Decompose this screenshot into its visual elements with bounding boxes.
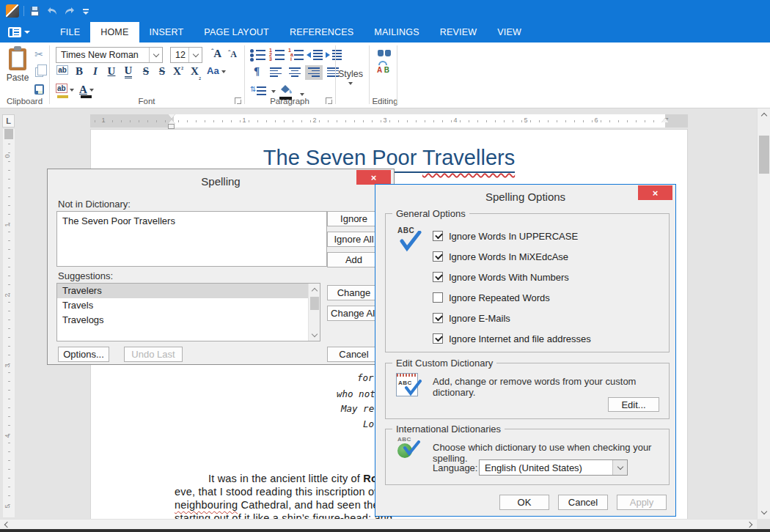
cut-button[interactable]: ✂ (31, 47, 47, 62)
vertical-scrollbar-thumb[interactable] (759, 136, 769, 174)
cancel-button[interactable]: Cancel (327, 347, 381, 362)
undo-last-button[interactable]: Undo Last (124, 347, 183, 362)
tab-page-layout[interactable]: PAGE LAYOUT (194, 22, 279, 43)
font-dialog-launcher-icon[interactable] (235, 97, 241, 104)
add-button[interactable]: Add (327, 252, 381, 267)
highlight-color-button[interactable]: ab (56, 84, 74, 98)
suggestion-item[interactable]: Travelers (57, 284, 320, 298)
styles-button[interactable]: Styles (338, 69, 363, 85)
not-in-dictionary-textbox[interactable]: The Seven Poor Travellers (56, 211, 327, 267)
suggestions-listbox[interactable]: TravelersTravelsTravelogs (56, 283, 320, 341)
bold-button[interactable]: B (73, 65, 86, 80)
customize-quick-access-icon[interactable] (82, 9, 89, 15)
tab-file[interactable]: FILE (50, 22, 90, 43)
suggestion-item[interactable]: Travelogs (57, 313, 320, 328)
cancel-button[interactable]: Cancel (558, 495, 608, 510)
right-indent-marker[interactable] (661, 118, 669, 122)
grow-font-button[interactable]: ˆA (210, 48, 223, 62)
checkbox[interactable] (433, 313, 443, 323)
scroll-up-icon[interactable] (309, 284, 320, 295)
paragraph-dialog-launcher-icon[interactable] (326, 97, 332, 104)
tab-insert[interactable]: INSERT (139, 22, 194, 43)
subscript-button[interactable]: X₂ (189, 65, 202, 80)
paste-button[interactable]: Paste (3, 45, 32, 101)
undo-icon[interactable] (45, 4, 59, 18)
scroll-down-icon[interactable] (758, 506, 770, 519)
edit-dictionary-button[interactable]: Edit... (608, 397, 659, 412)
horizontal-scrollbar[interactable] (0, 519, 757, 529)
close-icon[interactable]: × (356, 170, 391, 185)
apply-button[interactable]: Apply (617, 495, 667, 510)
superscript-button[interactable]: X² (172, 65, 185, 80)
show-marks-button[interactable]: ¶ (250, 65, 263, 80)
first-line-indent-marker[interactable] (168, 114, 175, 119)
checkbox[interactable] (433, 251, 443, 262)
save-icon[interactable] (28, 4, 41, 18)
align-right-button[interactable] (305, 65, 323, 80)
checkbox[interactable] (433, 333, 443, 344)
close-icon[interactable]: × (638, 185, 672, 200)
double-strikethrough-button[interactable]: S (155, 65, 169, 80)
vertical-scrollbar[interactable] (757, 108, 770, 519)
font-name-combobox[interactable]: Times New Roman (56, 47, 163, 63)
decrease-indent-button[interactable] (307, 47, 324, 62)
double-underline-button[interactable]: U (122, 65, 135, 80)
options-button[interactable]: Options... (58, 347, 109, 362)
chevron-down-icon[interactable] (188, 48, 202, 62)
ok-button[interactable]: OK (499, 495, 549, 510)
horizontal-ruler[interactable]: 1 1 2 3 4 5 6 7 (90, 114, 688, 128)
checkbox[interactable] (433, 231, 443, 241)
increase-indent-button[interactable] (326, 47, 343, 62)
vertical-ruler[interactable]: 0 1 2 3 4 5 (3, 129, 15, 517)
replace-button[interactable]: A B (377, 66, 389, 74)
multilevel-list-button[interactable]: 1 a i (287, 47, 305, 62)
suggestion-item[interactable]: Travels (57, 298, 320, 313)
scroll-down-icon[interactable] (309, 329, 320, 341)
checkbox[interactable] (433, 292, 443, 303)
paste-special-button[interactable] (31, 82, 47, 97)
tab-home[interactable]: HOME (90, 22, 139, 43)
italic-button[interactable]: I (89, 65, 102, 80)
line-spacing-button[interactable]: ⇅ (250, 84, 268, 98)
scroll-left-icon[interactable] (0, 520, 13, 530)
shading-button[interactable] (279, 84, 296, 98)
tab-references[interactable]: REFERENCES (279, 22, 364, 43)
change-case-button[interactable]: Aa (207, 65, 226, 80)
bullets-button[interactable] (249, 47, 267, 62)
tab-review[interactable]: REVIEW (430, 22, 488, 43)
chevron-down-icon[interactable] (149, 48, 162, 62)
shrink-font-button[interactable]: ˆA (226, 49, 239, 64)
listbox-scrollbar-thumb[interactable] (310, 297, 319, 310)
checkbox-label: Ignore Words With Numbers (449, 272, 569, 283)
tab-view[interactable]: VIEW (487, 22, 532, 43)
tab-stop-selector[interactable]: L (2, 114, 15, 128)
underline-button[interactable]: U (105, 65, 118, 80)
scroll-right-icon[interactable] (744, 520, 757, 530)
ignore-button[interactable]: Ignore (327, 211, 381, 226)
checkbox[interactable] (433, 272, 443, 282)
redo-icon[interactable] (63, 4, 76, 18)
find-button[interactable] (377, 48, 392, 57)
font-size-combobox[interactable]: 12 (170, 47, 202, 63)
vertical-ruler-thumb[interactable] (4, 129, 13, 139)
strikethrough-button[interactable]: S (139, 65, 153, 80)
font-color-button[interactable]: A (79, 84, 94, 98)
left-indent-marker[interactable] (168, 124, 175, 129)
clear-formatting-button[interactable]: ab (56, 65, 69, 80)
chevron-down-icon[interactable] (612, 460, 627, 475)
copy-button[interactable] (31, 64, 47, 79)
listbox-scrollbar[interactable] (308, 284, 320, 341)
ignore-all-button[interactable]: Ignore All (327, 232, 381, 247)
language-label: Language: (433, 462, 477, 473)
ribbon-tabs: FILEHOMEINSERTPAGE LAYOUTREFERENCESMAILI… (50, 22, 532, 43)
change-all-button[interactable]: Change All (327, 306, 381, 321)
custom-dictionary-icon: ABC (396, 373, 424, 401)
align-center-button[interactable] (286, 65, 304, 80)
numbering-button[interactable]: 1 2 3 (268, 47, 286, 62)
language-dropdown[interactable]: English (United States) (479, 459, 628, 476)
scroll-up-icon[interactable] (758, 108, 770, 121)
tab-mailings[interactable]: MAILINGS (364, 22, 429, 43)
change-button[interactable]: Change (327, 285, 381, 300)
ribbon-display-options-button[interactable] (0, 22, 38, 43)
align-left-button[interactable] (267, 65, 285, 80)
